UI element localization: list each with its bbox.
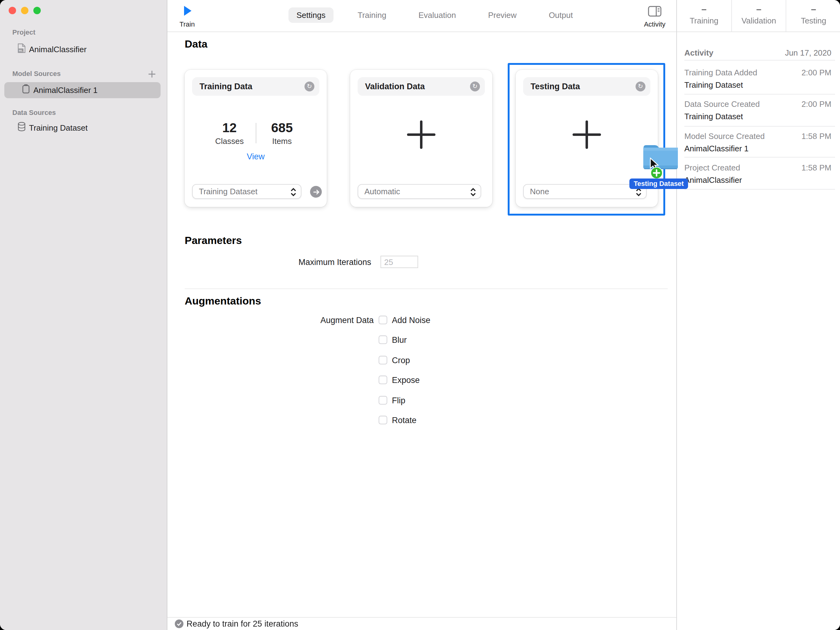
status-message: Ready to train for 25 iterations <box>186 619 298 628</box>
augment-data-label: Augment Data <box>232 316 374 325</box>
testing-data-source-select[interactable]: None <box>523 184 647 199</box>
validation-data-card[interactable]: Validation Data ↻ Automatic <box>350 70 492 207</box>
sidebar-item-label: AnimalClassifier <box>29 45 87 54</box>
stat-label: Training <box>677 16 731 25</box>
divider <box>684 94 835 95</box>
augment-option-expose: Expose <box>379 375 420 385</box>
entry-subtitle: Training Dataset <box>684 112 743 121</box>
activity-log-date: Jun 17, 2020 <box>785 48 831 57</box>
status-bar: Ready to train for 25 iterations <box>167 617 676 630</box>
data-sources-section-header: Data Sources <box>13 109 56 116</box>
refresh-icon[interactable]: ↻ <box>636 82 646 92</box>
minimize-window-button[interactable] <box>21 7 28 14</box>
augment-option-flip: Flip <box>379 395 406 405</box>
sidebar: Project ML AnimalClassifier Model Source… <box>0 0 167 630</box>
select-value: Training Dataset <box>199 187 257 196</box>
close-window-button[interactable] <box>9 7 16 14</box>
max-iterations-input[interactable] <box>381 256 418 268</box>
stepper-chevrons-icon <box>290 188 297 199</box>
view-link[interactable]: View <box>185 152 327 161</box>
refresh-icon[interactable]: ↻ <box>305 82 314 92</box>
open-source-arrow-button[interactable] <box>310 186 322 197</box>
entry-subtitle: Training Dataset <box>684 80 743 90</box>
augment-option-rotate: Rotate <box>379 415 417 425</box>
entry-time: 1:58 PM <box>801 131 831 141</box>
validation-accuracy-stat: – Validation <box>731 0 786 32</box>
project-section-header: Project <box>13 28 36 36</box>
activity-panel: – Training – Validation – Testing Activi… <box>676 0 840 630</box>
testing-data-card-header: Testing Data ↻ <box>523 77 651 96</box>
card-title: Training Data <box>199 82 252 91</box>
training-accuracy-stat: – Training <box>677 0 731 32</box>
refresh-icon[interactable]: ↻ <box>470 82 480 92</box>
add-model-source-button[interactable] <box>147 69 157 79</box>
stat-label: Validation <box>732 16 786 25</box>
sidebar-item-label: Training Dataset <box>29 123 88 133</box>
divider <box>684 60 835 60</box>
add-noise-checkbox[interactable] <box>379 316 387 324</box>
tab-training[interactable]: Training <box>350 8 395 23</box>
blur-checkbox[interactable] <box>379 336 387 344</box>
training-data-stats: 12 Classes 685 Items <box>185 120 327 146</box>
select-value: Automatic <box>365 187 400 196</box>
desktop-background: Project ML AnimalClassifier Model Source… <box>0 0 840 630</box>
validation-data-source-select[interactable]: Automatic <box>358 184 481 199</box>
entry-title: Project Created <box>684 163 740 172</box>
entry-subtitle: AnimalClassifier 1 <box>684 144 748 153</box>
main-content: Train Settings Training Evaluation Previ… <box>167 0 676 630</box>
play-icon <box>183 6 192 16</box>
tab-evaluation[interactable]: Evaluation <box>411 8 464 23</box>
checkbox-label: Blur <box>392 335 407 344</box>
activity-log-heading: Activity <box>684 48 714 57</box>
tab-preview[interactable]: Preview <box>480 8 525 23</box>
crop-checkbox[interactable] <box>379 356 387 365</box>
select-value: None <box>530 187 549 196</box>
sidebar-item-model-source-selected[interactable]: AnimalClassifier 1 <box>4 82 161 98</box>
checkbox-label: Add Noise <box>392 315 431 325</box>
activity-button-label: Activity <box>636 21 673 28</box>
tab-settings[interactable]: Settings <box>289 8 333 23</box>
sidebar-item-data-source[interactable]: Training Dataset <box>0 120 167 136</box>
expose-checkbox[interactable] <box>379 376 387 384</box>
data-section-heading: Data <box>185 38 207 51</box>
section-divider <box>185 289 668 289</box>
ready-check-icon <box>175 619 183 630</box>
augment-option-add-noise: Add Noise <box>379 315 431 325</box>
sidebar-item-project[interactable]: ML AnimalClassifier <box>0 41 167 57</box>
activity-panel-toggle[interactable]: Activity <box>636 3 673 30</box>
divider <box>684 126 835 126</box>
stat-divider <box>256 123 256 143</box>
checkbox-label: Expose <box>392 375 420 384</box>
rotate-checkbox[interactable] <box>379 416 387 424</box>
flip-checkbox[interactable] <box>379 396 387 404</box>
stat-value: – <box>786 4 840 14</box>
zoom-window-button[interactable] <box>33 7 41 14</box>
items-caption: Items <box>265 136 299 146</box>
parameters-section-heading: Parameters <box>185 235 242 247</box>
training-data-card-header: Training Data ↻ <box>192 77 319 96</box>
training-data-source-select[interactable]: Training Dataset <box>192 184 302 199</box>
model-source-icon <box>22 84 30 96</box>
checkbox-label: Crop <box>392 355 410 365</box>
card-title: Validation Data <box>365 82 425 91</box>
entry-time: 2:00 PM <box>801 99 831 109</box>
stepper-chevrons-icon <box>636 188 642 199</box>
max-iterations-label: Maximum Iterations <box>229 257 371 267</box>
divider <box>684 157 835 158</box>
entry-subtitle: AnimalClassifier <box>684 175 742 185</box>
classes-count: 12 <box>212 120 247 135</box>
stepper-chevrons-icon <box>470 188 476 199</box>
validation-data-card-header: Validation Data ↻ <box>358 77 485 96</box>
toolbar: Train Settings Training Evaluation Previ… <box>167 0 676 32</box>
testing-data-card[interactable]: Testing Data ↻ None <box>516 70 658 207</box>
entry-time: 1:58 PM <box>801 163 831 172</box>
training-data-card: Training Data ↻ 12 Classes 685 Items Vie… <box>185 70 327 207</box>
divider <box>684 189 835 189</box>
augmentations-section-heading: Augmentations <box>185 295 261 308</box>
sidebar-item-label: AnimalClassifier 1 <box>33 85 98 95</box>
train-button[interactable]: Train <box>176 3 198 30</box>
database-icon <box>17 122 26 134</box>
stat-value: – <box>732 4 786 14</box>
tab-output[interactable]: Output <box>541 8 581 23</box>
entry-title: Training Data Added <box>684 68 757 77</box>
